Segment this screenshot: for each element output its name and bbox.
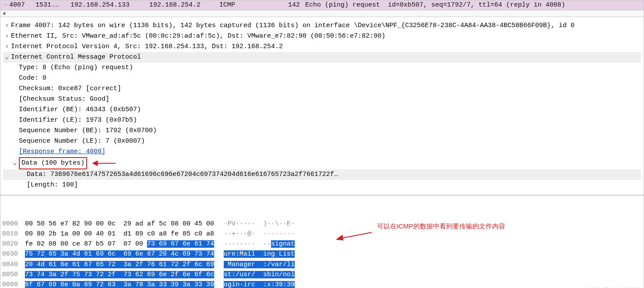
hex-row[interactable]: 001000 80 2b 1a 00 00 40 01 d1 89 c0 a8 … — [2, 229, 642, 239]
hex-bytes: 6f 67 69 6e 0a 69 72 63 3a 78 3a 33 39 3… — [25, 280, 214, 288]
tree-icmp-label: Internet Control Message Protocol — [11, 52, 141, 63]
expand-icon[interactable]: › — [3, 21, 11, 31]
expand-icon[interactable]: › — [3, 31, 11, 42]
col-proto: ICMP — [219, 1, 276, 9]
hex-row[interactable]: 0020fe 02 08 00 ce 87 b5 07 07 00 73 69 … — [2, 239, 642, 249]
icmp-code[interactable]: Code: 0 — [3, 73, 641, 84]
tree-eth[interactable]: ›Ethernet II, Src: VMware_ad:af:5c (00:0… — [3, 31, 641, 42]
icmp-seq-be[interactable]: Sequence Number (BE): 1792 (0x0700) — [3, 126, 641, 136]
hex-row[interactable]: 003075 72 65 3a 4d 61 69 6c 69 6e 67 20 … — [2, 249, 642, 259]
hex-bytes: 20 4d 61 6e 61 67 65 72 3a 2f 76 61 72 2… — [25, 260, 214, 270]
col-len: 142 — [276, 1, 305, 9]
icmp-id-be[interactable]: Identifier (BE): 46343 (0xb507) — [3, 105, 641, 115]
packet-details-pane[interactable]: ›Frame 4007: 142 bytes on wire (1136 bit… — [0, 17, 644, 195]
icmp-checksum-status[interactable]: [Checksum Status: Good] — [3, 94, 641, 105]
icmp-data-value[interactable]: Data: 7369676e61747572653a4d61696c696e67… — [3, 169, 641, 180]
hex-row[interactable]: 00606f 67 69 6e 0a 69 72 63 3a 78 3a 33 … — [2, 280, 642, 288]
col-dst: 192.168.254.2 — [149, 1, 219, 9]
hex-bytes: 00 80 2b 1a 00 00 40 01 d1 89 c0 a8 fe 8… — [25, 229, 214, 239]
hex-ascii: st:/usr/ sbin/nol — [224, 270, 295, 280]
hex-row[interactable]: 004020 4d 61 6e 61 67 65 72 3a 2f 76 61 … — [2, 260, 642, 270]
hex-bytes: 75 72 65 3a 4d 61 69 6c 69 6e 67 20 4c 6… — [25, 249, 214, 259]
icmp-seq-le[interactable]: Sequence Number (LE): 7 (0x0007) — [3, 136, 641, 147]
col-info: Echo (ping) request id=0xb507, seq=1792/… — [305, 1, 565, 9]
hex-bytes: fe 02 08 00 ce 87 b5 07 07 00 73 69 67 6… — [25, 239, 214, 249]
collapse-icon[interactable]: ⌄ — [3, 52, 11, 63]
hex-ascii: ure:Mail ing List — [224, 249, 295, 259]
hex-ascii: ·PV····· )··\··E· — [224, 219, 295, 229]
expand-icon[interactable]: › — [3, 42, 11, 52]
icmp-data-length[interactable]: [Length: 100] — [3, 180, 641, 190]
hex-ascii: Manager :/var/li — [224, 260, 295, 270]
packet-row-selected[interactable]: → 4007 1531.… 192.168.254.133 192.168.25… — [0, 0, 644, 10]
tree-frame[interactable]: ›Frame 4007: 142 bytes on wire (1136 bit… — [3, 21, 641, 31]
svg-marker-3 — [336, 235, 343, 240]
tree-icmp[interactable]: ⌄Internet Control Message Protocol — [3, 52, 641, 63]
hex-offset: 0010 — [2, 229, 25, 239]
hex-dump-pane[interactable]: 000000 50 56 e7 82 90 00 0c 29 ad af 5c … — [0, 195, 644, 288]
hex-offset: 0060 — [2, 280, 25, 288]
col-src: 192.168.254.133 — [70, 1, 149, 9]
hex-ascii: ········ ··signat — [224, 239, 295, 249]
tree-ip-label: Internet Protocol Version 4, Src: 192.16… — [11, 42, 283, 52]
col-time: 1531.… — [35, 1, 70, 9]
goto-icon: → — [0, 1, 9, 9]
hex-offset: 0030 — [2, 249, 25, 259]
hex-row[interactable]: 000000 50 56 e7 82 90 00 0c 29 ad af 5c … — [2, 219, 642, 229]
data-boxed-label: Data (100 bytes) — [19, 157, 87, 169]
tree-ip[interactable]: ›Internet Protocol Version 4, Src: 192.1… — [3, 42, 641, 52]
svg-marker-1 — [92, 161, 98, 166]
hex-ascii: ogin·irc :x:39:39 — [224, 280, 295, 288]
hex-row[interactable]: 005073 74 3a 2f 75 73 72 2f 73 62 69 6e … — [2, 270, 642, 280]
packet-list-pane: → 4007 1531.… 192.168.254.133 192.168.25… — [0, 0, 644, 17]
icmp-data-header[interactable]: ⌄ Data (100 bytes) — [3, 157, 641, 169]
tree-eth-label: Ethernet II, Src: VMware_ad:af:5c (00:0c… — [11, 31, 385, 42]
icmp-checksum[interactable]: Checksum: 0xce87 [correct] — [3, 84, 641, 94]
arrow-left-icon — [91, 159, 118, 168]
hex-offset: 0000 — [2, 219, 25, 229]
hex-offset: 0050 — [2, 270, 25, 280]
hex-bytes: 73 74 3a 2f 75 73 72 2f 73 62 69 6e 2f 6… — [25, 270, 214, 280]
col-no: 4007 — [9, 1, 35, 9]
watermark: @稀土掘金技术社区 — [584, 286, 639, 288]
icmp-type[interactable]: Type: 8 (Echo (ping) request) — [3, 63, 641, 73]
svg-line-2 — [340, 232, 372, 239]
collapse-icon[interactable]: ⌄ — [11, 158, 19, 169]
icmp-id-le[interactable]: Identifier (LE): 1973 (0x07b5) — [3, 115, 641, 126]
hex-bytes: 00 50 56 e7 82 90 00 0c 29 ad af 5c 08 0… — [25, 219, 214, 229]
hex-offset: 0040 — [2, 260, 25, 270]
arrow-left-icon — [334, 230, 374, 242]
annotation-text: 可以在ICMP的数据中看到要传输的文件内容 — [377, 221, 505, 231]
tree-frame-label: Frame 4007: 142 bytes on wire (1136 bits… — [11, 21, 574, 31]
hex-ascii: ··+···@· ········ — [224, 229, 295, 239]
icmp-response-frame[interactable]: [Response frame: 4008] — [3, 147, 641, 157]
scroll-left-icon[interactable]: ◄ — [0, 11, 7, 16]
hscroll-bar[interactable]: ◄ — [0, 10, 644, 17]
hex-offset: 0020 — [2, 239, 25, 249]
